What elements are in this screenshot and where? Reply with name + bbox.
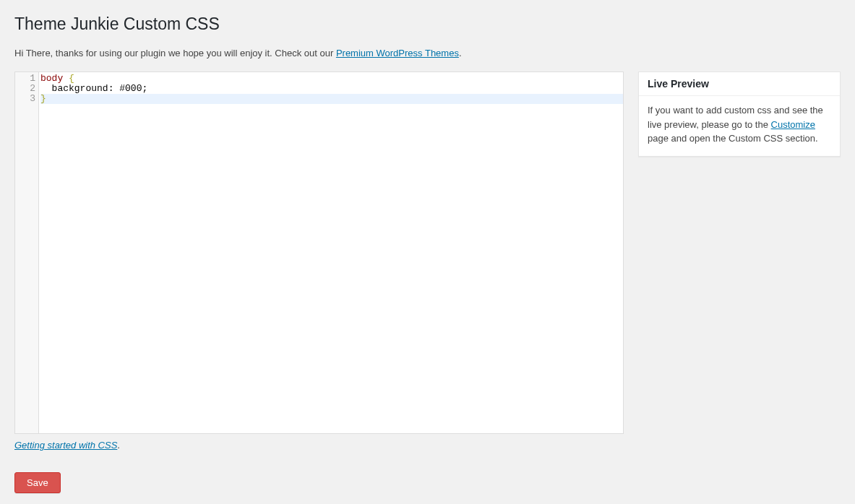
code-line-active: } — [40, 94, 623, 104]
page-title: Theme Junkie Custom CSS — [14, 7, 841, 38]
getting-started-link[interactable]: Getting started with CSS — [14, 440, 117, 451]
save-button[interactable]: Save — [14, 472, 61, 493]
line-number: 1 — [15, 74, 35, 84]
editor-gutter: 1 2 3 — [15, 72, 39, 433]
live-preview-text-after: page and open the Custom CSS section. — [648, 133, 818, 144]
below-editor-suffix: . — [117, 440, 120, 451]
code-line: body { — [40, 74, 623, 84]
premium-themes-link[interactable]: Premium WordPress Themes — [336, 48, 459, 58]
live-preview-box: Live Preview If you want to add custom c… — [638, 71, 841, 157]
customize-link[interactable]: Customize — [771, 119, 815, 130]
editor-code-area[interactable]: body { background: #000; } — [39, 72, 623, 433]
line-number: 3 — [15, 94, 35, 104]
live-preview-title: Live Preview — [648, 78, 831, 90]
intro-prefix: Hi There, thanks for using our plugin we… — [14, 48, 336, 58]
intro-suffix: . — [459, 48, 462, 58]
intro-text: Hi There, thanks for using our plugin we… — [14, 48, 841, 58]
below-editor: Getting started with CSS. — [14, 440, 624, 451]
line-number: 2 — [15, 84, 35, 94]
code-line: background: #000; — [40, 84, 623, 94]
live-preview-body: If you want to add custom css and see th… — [639, 96, 840, 156]
css-editor[interactable]: 1 2 3 body { background: #000; } — [14, 71, 624, 434]
